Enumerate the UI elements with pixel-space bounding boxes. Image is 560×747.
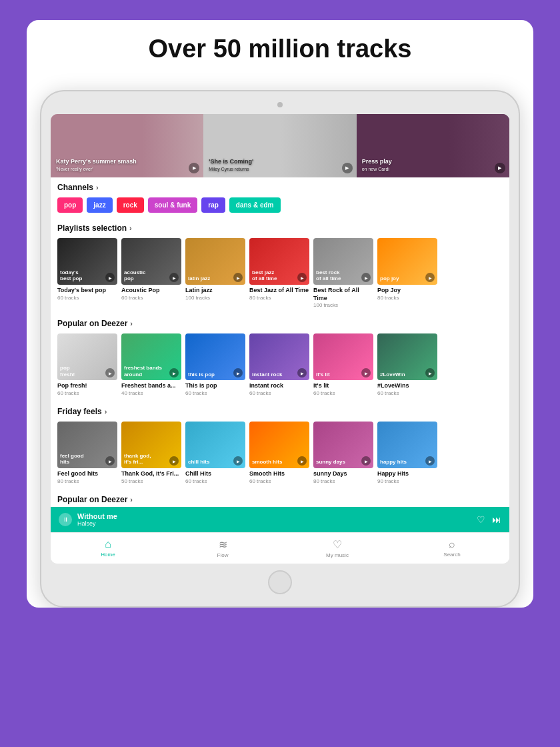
- play-overlay[interactable]: ▶: [297, 368, 307, 378]
- now-playing-artist: Halsey: [77, 520, 471, 527]
- list-item[interactable]: #LoveWin ▶ #LoveWins 60 tracks: [377, 333, 437, 396]
- list-item[interactable]: instant rock ▶ Instant rock 60 tracks: [249, 333, 309, 396]
- flow-icon: ≋: [219, 538, 227, 551]
- friday-feels-label: Friday feels: [57, 407, 102, 416]
- play-overlay[interactable]: ▶: [105, 273, 115, 282]
- friday-feels-row: feel goodhits ▶ Feel good hits 80 tracks…: [51, 419, 509, 490]
- ipad-home-button[interactable]: [268, 570, 292, 594]
- play-overlay[interactable]: ▶: [233, 368, 243, 378]
- hero-play-2[interactable]: ▶: [342, 163, 353, 173]
- skip-forward-icon[interactable]: ⏭: [492, 514, 501, 525]
- channel-soul[interactable]: soul & funk: [148, 197, 197, 213]
- playlist-name: Pop Joy: [377, 287, 437, 295]
- thumb-label: best jazzof all time: [252, 269, 277, 282]
- channel-pop[interactable]: pop: [57, 197, 83, 213]
- thumb-thank-god: thank god,it's fri... ▶: [121, 422, 181, 468]
- nav-my-music[interactable]: ♡ My music: [280, 537, 395, 560]
- hero-play-3[interactable]: ▶: [495, 163, 505, 173]
- playlist-name: Best Rock of All Time: [313, 287, 373, 302]
- channel-jazz[interactable]: jazz: [87, 197, 112, 213]
- list-item[interactable]: pop joy ▶ Pop Joy 80 tracks: [377, 238, 437, 308]
- playlist-name: Chill Hits: [185, 470, 245, 478]
- list-item[interactable]: latin jazz ▶ Latin jazz 100 tracks: [185, 238, 245, 308]
- play-overlay[interactable]: ▶: [105, 368, 115, 378]
- list-item[interactable]: feel goodhits ▶ Feel good hits 80 tracks: [57, 422, 117, 484]
- playlist-tracks: 60 tracks: [377, 390, 437, 396]
- playlist-tracks: 60 tracks: [313, 390, 373, 396]
- list-item[interactable]: today'sbest pop ▶ Today's best pop 60 tr…: [57, 238, 117, 308]
- nav-flow-label: Flow: [217, 552, 229, 558]
- playlist-tracks: 40 tracks: [121, 390, 181, 396]
- play-overlay[interactable]: ▶: [169, 273, 179, 282]
- popular-deezer-2-label: Popular on Deezer: [57, 495, 127, 504]
- play-overlay[interactable]: ▶: [233, 273, 243, 282]
- nav-search-label: Search: [443, 552, 460, 558]
- play-overlay[interactable]: ▶: [233, 456, 243, 466]
- now-playing-play-button[interactable]: ⏸: [59, 513, 72, 526]
- play-overlay[interactable]: ▶: [361, 456, 371, 466]
- thumb-instant-rock: instant rock ▶: [249, 333, 309, 380]
- nav-flow[interactable]: ≋ Flow: [165, 537, 280, 560]
- channels-row: pop jazz rock soul & funk rap dans & edm: [51, 195, 509, 218]
- list-item[interactable]: smooth hits ▶ Smooth Hits 60 tracks: [249, 422, 309, 484]
- list-item[interactable]: popfresh! ▶ Pop fresh! 60 tracks: [57, 333, 117, 396]
- thumb-chill-hits: chill hits ▶: [185, 422, 245, 468]
- list-item[interactable]: acousticpop ▶ Acoustic Pop 60 tracks: [121, 238, 181, 308]
- list-item[interactable]: chill hits ▶ Chill Hits 60 tracks: [185, 422, 245, 484]
- play-overlay[interactable]: ▶: [297, 456, 307, 466]
- channel-rock[interactable]: rock: [117, 197, 144, 213]
- friday-feels-header[interactable]: Friday feels ›: [51, 402, 509, 419]
- thumb-label: popfresh!: [60, 365, 75, 378]
- play-overlay[interactable]: ▶: [425, 273, 435, 282]
- play-overlay[interactable]: ▶: [425, 368, 435, 378]
- list-item[interactable]: this is pop ▶ This is pop 60 tracks: [185, 333, 245, 396]
- nav-home[interactable]: ⌂ Home: [51, 537, 165, 560]
- play-overlay[interactable]: ▶: [361, 273, 371, 282]
- hero-card-3[interactable]: Press play on new Cardi ▶: [357, 114, 509, 177]
- hero-text-1: Katy Perry's summer smash 'Never really …: [56, 158, 137, 172]
- playlist-name: Instant rock: [249, 382, 309, 390]
- list-item[interactable]: happy hits ▶ Happy Hits 90 tracks: [377, 422, 437, 484]
- play-overlay[interactable]: ▶: [361, 368, 371, 378]
- nav-my-music-label: My music: [326, 552, 349, 558]
- channel-edm[interactable]: dans & edm: [229, 197, 281, 213]
- hero-card-1[interactable]: Katy Perry's summer smash 'Never really …: [51, 114, 203, 177]
- friday-feels-chevron: ›: [105, 408, 107, 416]
- play-overlay[interactable]: ▶: [297, 273, 307, 282]
- thumb-freshest: freshest bandsaround ▶: [121, 333, 181, 380]
- app-wrapper: Over 50 million tracks Katy Perry's summ…: [27, 20, 533, 608]
- list-item[interactable]: freshest bandsaround ▶ Freshest bands a.…: [121, 333, 181, 396]
- now-playing-controls: ♡ ⏭: [477, 514, 501, 525]
- popular-deezer-1-chevron: ›: [130, 319, 133, 327]
- heart-icon[interactable]: ♡: [477, 514, 485, 525]
- play-overlay[interactable]: ▶: [105, 456, 115, 466]
- channels-chevron: ›: [96, 183, 99, 191]
- thumb-its-lit: it's lit ▶: [313, 333, 373, 380]
- popular-deezer-2-header[interactable]: Popular on Deezer ›: [51, 490, 509, 507]
- play-overlay[interactable]: ▶: [169, 456, 179, 466]
- now-playing-bar[interactable]: ⏸ Without me Halsey ♡ ⏭: [51, 507, 509, 532]
- hero-card-2[interactable]: 'She is Coming' Miley Cyrus returns ▶: [203, 114, 356, 177]
- playlist-tracks: 60 tracks: [249, 390, 309, 396]
- play-overlay[interactable]: ▶: [425, 456, 435, 466]
- playlists-selection-label: Playlists selection: [57, 223, 127, 233]
- playlist-name: Happy Hits: [377, 470, 437, 478]
- play-overlay[interactable]: ▶: [169, 368, 179, 378]
- playlist-name: Acoustic Pop: [121, 287, 181, 295]
- list-item[interactable]: best jazzof all time ▶ Best Jazz of All …: [249, 238, 309, 308]
- thumb-label: acousticpop: [124, 269, 145, 282]
- playlist-name: sunny Days: [313, 470, 373, 478]
- popular-deezer-1-header[interactable]: Popular on Deezer ›: [51, 313, 509, 331]
- playlist-tracks: 60 tracks: [121, 295, 181, 301]
- channel-rap[interactable]: rap: [201, 197, 225, 213]
- list-item[interactable]: best rockof all time ▶ Best Rock of All …: [313, 238, 373, 308]
- thumb-label: smooth hits: [252, 459, 282, 466]
- list-item[interactable]: thank god,it's fri... ▶ Thank God, It's …: [121, 422, 181, 484]
- channels-header[interactable]: Channels ›: [51, 177, 509, 195]
- thumb-label: #LoveWin: [380, 371, 405, 378]
- nav-search[interactable]: ⌕ Search: [395, 537, 509, 560]
- list-item[interactable]: sunny days ▶ sunny Days 80 tracks: [313, 422, 373, 484]
- list-item[interactable]: it's lit ▶ It's lit 60 tracks: [313, 333, 373, 396]
- playlists-selection-header[interactable]: Playlists selection ›: [51, 218, 509, 235]
- thumb-label: sunny days: [316, 459, 345, 466]
